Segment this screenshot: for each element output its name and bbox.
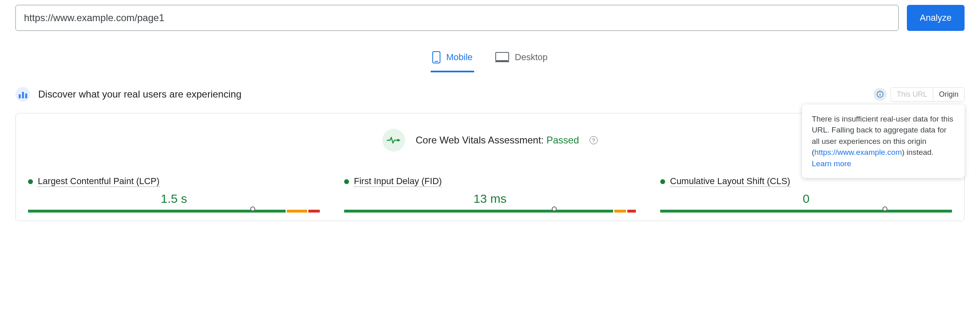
metric-cls-name[interactable]: Cumulative Layout Shift (CLS) xyxy=(670,176,790,187)
metric-fid: First Input Delay (FID) 13 ms xyxy=(344,176,636,213)
metric-lcp-value: 1.5 s xyxy=(28,192,320,206)
status-dot xyxy=(660,179,665,184)
toggle-this-url: This URL xyxy=(891,88,933,101)
assessment-text: Core Web Vitals Assessment: Passed xyxy=(416,135,579,146)
tab-desktop[interactable]: Desktop xyxy=(494,46,549,72)
status-dot xyxy=(344,179,349,184)
metric-fid-marker xyxy=(552,206,557,211)
svg-rect-5 xyxy=(880,94,880,96)
metric-cls-value: 0 xyxy=(660,192,952,206)
metric-lcp-marker xyxy=(250,206,255,211)
metric-fid-bar xyxy=(344,210,636,213)
svg-rect-1 xyxy=(435,61,438,62)
tab-mobile-label: Mobile xyxy=(446,52,473,63)
learn-more-link[interactable]: Learn more xyxy=(812,159,851,168)
device-tabs: Mobile Desktop xyxy=(15,46,965,72)
tab-mobile[interactable]: Mobile xyxy=(431,46,474,72)
pulse-icon xyxy=(382,129,405,152)
metric-lcp-name[interactable]: Largest Contentful Paint (LCP) xyxy=(38,176,160,187)
svg-rect-6 xyxy=(880,93,880,93)
section-title: Discover what your real users are experi… xyxy=(38,89,241,100)
toggle-origin[interactable]: Origin xyxy=(933,88,964,101)
info-icon[interactable] xyxy=(874,88,887,101)
popover-origin-link[interactable]: https://www.example.com xyxy=(814,148,902,156)
svg-rect-3 xyxy=(495,61,509,62)
metric-cls: Cumulative Layout Shift (CLS) 0 xyxy=(660,176,952,213)
metric-cls-bar xyxy=(660,210,952,213)
status-dot xyxy=(28,179,33,184)
metric-lcp-bar xyxy=(28,210,320,213)
help-icon[interactable]: ? xyxy=(590,136,598,144)
desktop-icon xyxy=(495,52,509,63)
analyze-button[interactable]: Analyze xyxy=(907,5,965,31)
url-input[interactable] xyxy=(15,5,899,31)
assessment-prefix: Core Web Vitals Assessment: xyxy=(416,135,546,145)
metric-cls-marker xyxy=(882,206,887,211)
metric-fid-value: 13 ms xyxy=(344,192,636,206)
popover-text-post: ) instead. xyxy=(902,148,934,156)
info-popover: There is insufficient real-user data for… xyxy=(802,104,965,178)
mobile-icon xyxy=(432,51,440,63)
metric-fid-name[interactable]: First Input Delay (FID) xyxy=(354,176,442,187)
svg-point-7 xyxy=(397,139,399,141)
crux-icon xyxy=(15,87,30,102)
metric-lcp: Largest Contentful Paint (LCP) 1.5 s xyxy=(28,176,320,213)
assessment-status: Passed xyxy=(546,135,579,145)
scope-toggle: This URL Origin xyxy=(891,87,965,102)
svg-rect-2 xyxy=(496,52,509,61)
tab-desktop-label: Desktop xyxy=(515,52,548,63)
